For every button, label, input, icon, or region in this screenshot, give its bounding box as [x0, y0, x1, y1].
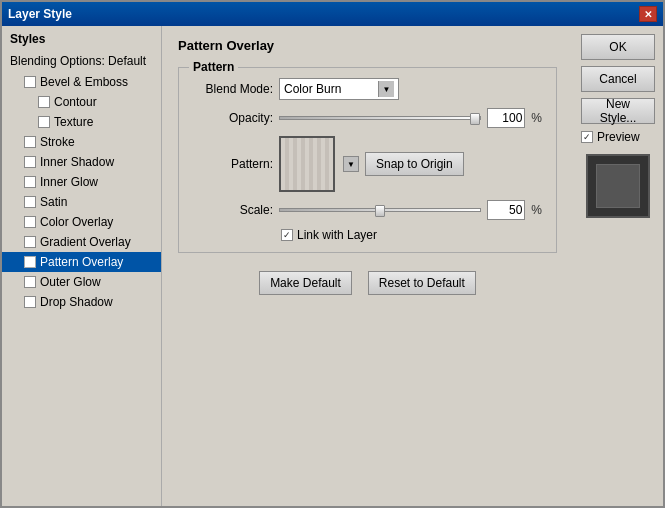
- blend-mode-select[interactable]: Color Burn ▼: [279, 78, 399, 100]
- styles-list: Bevel & EmbossContourTextureStrokeInner …: [2, 72, 161, 312]
- close-button[interactable]: ✕: [639, 6, 657, 22]
- sidebar-item-texture[interactable]: Texture: [2, 112, 161, 132]
- right-panel: OK Cancel New Style... Preview: [573, 26, 663, 506]
- checkbox-satin[interactable]: [24, 196, 36, 208]
- blend-mode-row: Blend Mode: Color Burn ▼: [193, 78, 542, 100]
- label-gradient-overlay: Gradient Overlay: [40, 235, 131, 249]
- preview-label: Preview: [597, 130, 640, 144]
- opacity-row: Opacity: %: [193, 108, 542, 128]
- preview-thumbnail: [586, 154, 650, 218]
- link-layer-checkbox[interactable]: [281, 229, 293, 241]
- new-style-button[interactable]: New Style...: [581, 98, 655, 124]
- scale-label: Scale:: [193, 203, 273, 217]
- dialog-content: Styles Blending Options: Default Bevel &…: [2, 26, 663, 506]
- label-pattern-overlay: Pattern Overlay: [40, 255, 123, 269]
- sidebar-item-satin[interactable]: Satin: [2, 192, 161, 212]
- opacity-slider[interactable]: [279, 116, 481, 120]
- label-bevel-emboss: Bevel & Emboss: [40, 75, 128, 89]
- label-drop-shadow: Drop Shadow: [40, 295, 113, 309]
- scale-unit: %: [531, 203, 542, 217]
- sidebar-item-pattern-overlay[interactable]: Pattern Overlay: [2, 252, 161, 272]
- blend-mode-label: Blend Mode:: [193, 82, 273, 96]
- bottom-buttons: Make Default Reset to Default: [178, 271, 557, 295]
- opacity-slider-container: [279, 116, 481, 120]
- checkbox-drop-shadow[interactable]: [24, 296, 36, 308]
- checkbox-inner-shadow[interactable]: [24, 156, 36, 168]
- checkbox-outer-glow[interactable]: [24, 276, 36, 288]
- make-default-button[interactable]: Make Default: [259, 271, 352, 295]
- sidebar-item-drop-shadow[interactable]: Drop Shadow: [2, 292, 161, 312]
- checkbox-bevel-emboss[interactable]: [24, 76, 36, 88]
- layer-style-dialog: Layer Style ✕ Styles Blending Options: D…: [0, 0, 665, 508]
- dialog-title: Layer Style: [8, 7, 72, 21]
- scale-slider-thumb[interactable]: [375, 205, 385, 217]
- sidebar-item-stroke[interactable]: Stroke: [2, 132, 161, 152]
- middle-panel: Pattern Overlay Pattern Blend Mode: Colo…: [162, 26, 573, 506]
- opacity-label: Opacity:: [193, 111, 273, 125]
- label-satin: Satin: [40, 195, 67, 209]
- ok-button[interactable]: OK: [581, 34, 655, 60]
- opacity-input[interactable]: [487, 108, 525, 128]
- checkbox-gradient-overlay[interactable]: [24, 236, 36, 248]
- sidebar-item-bevel-emboss[interactable]: Bevel & Emboss: [2, 72, 161, 92]
- preview-row: Preview: [581, 130, 655, 144]
- opacity-slider-thumb[interactable]: [470, 113, 480, 125]
- title-bar: Layer Style ✕: [2, 2, 663, 26]
- pattern-group-label: Pattern: [189, 60, 238, 74]
- blending-options-label: Blending Options: Default: [2, 52, 161, 72]
- cancel-button[interactable]: Cancel: [581, 66, 655, 92]
- preview-checkbox[interactable]: [581, 131, 593, 143]
- label-color-overlay: Color Overlay: [40, 215, 113, 229]
- checkbox-contour[interactable]: [38, 96, 50, 108]
- opacity-unit: %: [531, 111, 542, 125]
- label-contour: Contour: [54, 95, 97, 109]
- styles-header: Styles: [2, 26, 161, 52]
- reset-to-default-button[interactable]: Reset to Default: [368, 271, 476, 295]
- checkbox-texture[interactable]: [38, 116, 50, 128]
- link-layer-label: Link with Layer: [297, 228, 377, 242]
- sidebar-item-inner-glow[interactable]: Inner Glow: [2, 172, 161, 192]
- sidebar-item-color-overlay[interactable]: Color Overlay: [2, 212, 161, 232]
- checkbox-stroke[interactable]: [24, 136, 36, 148]
- sidebar-item-inner-shadow[interactable]: Inner Shadow: [2, 152, 161, 172]
- checkbox-pattern-overlay[interactable]: [24, 256, 36, 268]
- left-panel: Styles Blending Options: Default Bevel &…: [2, 26, 162, 506]
- blend-mode-arrow[interactable]: ▼: [378, 81, 394, 97]
- pattern-dropdown-button[interactable]: ▼: [343, 156, 359, 172]
- pattern-row: Pattern: ▼ Snap to Origin: [193, 136, 542, 192]
- scale-row: Scale: %: [193, 200, 542, 220]
- label-texture: Texture: [54, 115, 93, 129]
- label-stroke: Stroke: [40, 135, 75, 149]
- pattern-group: Pattern Blend Mode: Color Burn ▼ Opacity…: [178, 67, 557, 253]
- label-outer-glow: Outer Glow: [40, 275, 101, 289]
- label-inner-shadow: Inner Shadow: [40, 155, 114, 169]
- sidebar-item-gradient-overlay[interactable]: Gradient Overlay: [2, 232, 161, 252]
- scale-slider[interactable]: [279, 208, 481, 212]
- pattern-label: Pattern:: [193, 157, 273, 171]
- link-layer-row: Link with Layer: [281, 228, 542, 242]
- pattern-preview[interactable]: [279, 136, 335, 192]
- label-inner-glow: Inner Glow: [40, 175, 98, 189]
- scale-slider-container: [279, 208, 481, 212]
- preview-inner: [596, 164, 640, 208]
- checkbox-color-overlay[interactable]: [24, 216, 36, 228]
- section-title: Pattern Overlay: [178, 38, 557, 53]
- snap-to-origin-button[interactable]: Snap to Origin: [365, 152, 464, 176]
- sidebar-item-contour[interactable]: Contour: [2, 92, 161, 112]
- blend-mode-value: Color Burn: [284, 82, 341, 96]
- checkbox-inner-glow[interactable]: [24, 176, 36, 188]
- sidebar-item-outer-glow[interactable]: Outer Glow: [2, 272, 161, 292]
- scale-input[interactable]: [487, 200, 525, 220]
